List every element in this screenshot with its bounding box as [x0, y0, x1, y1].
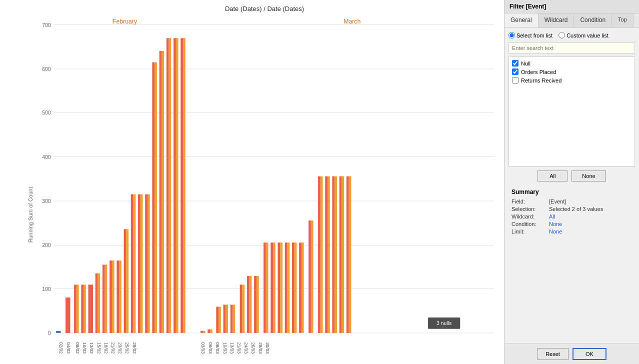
svg-text:13/02/2020: 13/02/2020	[89, 342, 94, 354]
svg-rect-34	[126, 229, 128, 333]
svg-rect-43	[160, 51, 162, 333]
svg-text:0: 0	[48, 330, 51, 336]
summary-selection-label: Selection:	[512, 206, 549, 212]
filter-tabs: General Wildcard Condition Top	[504, 14, 639, 28]
search-input[interactable]	[508, 42, 635, 54]
svg-rect-72	[280, 242, 282, 333]
summary-title: Summary	[512, 188, 632, 196]
svg-rect-73	[285, 242, 288, 333]
tab-condition[interactable]: Condition	[574, 14, 612, 28]
svg-rect-39	[145, 194, 148, 333]
svg-rect-89	[346, 176, 349, 333]
ok-button[interactable]: OK	[572, 348, 606, 360]
svg-rect-28	[105, 264, 108, 333]
svg-rect-49	[180, 38, 183, 333]
svg-rect-19	[66, 298, 70, 333]
summary-field-label: Field:	[512, 198, 549, 204]
svg-rect-77	[299, 242, 302, 333]
filter-panel: Filter [Event] General Wildcard Conditio…	[504, 0, 639, 364]
svg-rect-66	[256, 276, 259, 333]
radio-select-from-list[interactable]: Select from list	[508, 32, 552, 38]
list-item-returns-recived: Returns Recived	[511, 76, 632, 84]
svg-rect-75	[292, 242, 294, 333]
svg-rect-90	[349, 176, 352, 333]
svg-text:04/02/2020: 04/02/2020	[66, 342, 71, 354]
svg-rect-45	[166, 38, 169, 333]
svg-rect-70	[273, 242, 276, 333]
summary-wildcard-value[interactable]: All	[549, 214, 632, 220]
summary-selection-row: Selection: Selected 2 of 3 values	[512, 206, 632, 212]
svg-rect-53	[208, 330, 210, 333]
radio-custom-value-input[interactable]	[558, 32, 565, 38]
svg-text:600: 600	[42, 66, 50, 72]
radio-select-from-list-input[interactable]	[508, 32, 515, 38]
summary-limit-row: Limit: None	[512, 228, 632, 234]
svg-rect-26	[98, 274, 100, 333]
all-button[interactable]: All	[538, 170, 568, 182]
svg-rect-47	[174, 38, 176, 333]
svg-rect-54	[210, 330, 212, 333]
checkbox-orders-placed[interactable]	[512, 68, 518, 75]
svg-text:10/02/2020: 10/02/2020	[82, 342, 87, 354]
svg-rect-87	[340, 176, 342, 333]
label-returns-recived: Returns Recived	[521, 78, 562, 84]
svg-rect-52	[203, 331, 206, 333]
svg-rect-37	[138, 194, 140, 333]
all-none-buttons: All None	[508, 170, 635, 182]
radio-custom-value-label: Custom value list	[566, 32, 608, 38]
svg-text:26/03/2020: 26/03/2020	[251, 342, 256, 354]
svg-text:30/03/2020: 30/03/2020	[265, 342, 270, 354]
svg-text:08/03/2020: 08/03/2020	[215, 342, 220, 354]
svg-text:08/02/2020: 08/02/2020	[75, 342, 80, 354]
summary-condition-value[interactable]: None	[549, 221, 632, 227]
radio-custom-value[interactable]: Custom value list	[558, 32, 608, 38]
svg-text:28/03/2020: 28/03/2020	[258, 342, 263, 354]
svg-rect-29	[110, 260, 112, 333]
svg-rect-60	[233, 304, 236, 333]
tab-top[interactable]: Top	[612, 14, 634, 28]
svg-text:500: 500	[42, 110, 50, 116]
checkbox-null[interactable]	[512, 60, 518, 66]
chart-container: Running Sum of Count 0 100 200 300 400 5…	[30, 14, 499, 354]
svg-text:10/03/2020: 10/03/2020	[222, 342, 228, 354]
chart-title: Date (Dates) / Date (Dates)	[30, 5, 499, 12]
svg-rect-69	[270, 242, 273, 333]
svg-rect-18	[56, 331, 60, 333]
svg-text:24/03/2020: 24/03/2020	[244, 342, 248, 354]
tab-general[interactable]: General	[504, 14, 538, 28]
svg-rect-58	[226, 304, 228, 333]
svg-text:18/02/2020: 18/02/2020	[104, 342, 108, 354]
svg-text:700: 700	[42, 22, 50, 28]
svg-text:300: 300	[42, 198, 50, 204]
list-item-orders-placed: Orders Placed	[511, 68, 632, 76]
filter-body: Select from list Custom value list Null …	[504, 28, 639, 344]
none-button[interactable]: None	[572, 170, 606, 182]
y-axis-label: Running Sum of Count	[28, 187, 34, 242]
svg-rect-80	[311, 220, 314, 333]
svg-rect-46	[169, 38, 172, 333]
reset-button[interactable]: Reset	[537, 348, 568, 360]
svg-rect-64	[250, 276, 252, 333]
svg-rect-40	[148, 194, 150, 333]
summary-limit-value[interactable]: None	[549, 228, 632, 234]
radio-group: Select from list Custom value list	[508, 32, 635, 38]
svg-rect-88	[342, 176, 344, 333]
svg-rect-23	[84, 284, 86, 333]
svg-rect-44	[162, 51, 164, 333]
svg-text:March: March	[344, 18, 360, 26]
summary-wildcard-row: Wildcard: All	[512, 214, 632, 220]
svg-rect-24	[88, 284, 93, 333]
chart-area: Date (Dates) / Date (Dates) Running Sum …	[0, 0, 504, 364]
tab-wildcard[interactable]: Wildcard	[538, 14, 574, 28]
label-null: Null	[521, 60, 530, 66]
svg-rect-74	[287, 242, 290, 333]
bottom-buttons: Reset OK	[504, 344, 639, 364]
svg-text:February: February	[112, 18, 138, 26]
svg-rect-82	[320, 176, 323, 333]
svg-text:02/02/2020: 02/02/2020	[58, 342, 64, 354]
checkbox-returns-recived[interactable]	[512, 77, 518, 84]
svg-rect-81	[318, 176, 320, 333]
svg-rect-33	[124, 229, 126, 333]
svg-rect-42	[154, 62, 157, 333]
summary-condition-row: Condition: None	[512, 221, 632, 227]
